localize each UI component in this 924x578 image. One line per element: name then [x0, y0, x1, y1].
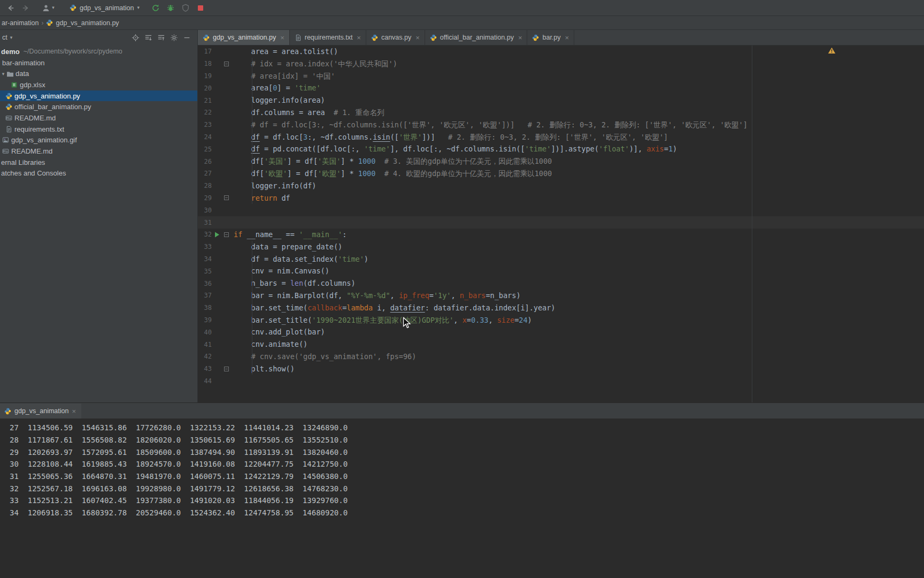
breadcrumb-item-folder[interactable]: ar-animation: [2, 19, 38, 27]
inspections-warning-icon[interactable]: [828, 47, 836, 54]
code-line-44[interactable]: 44: [198, 375, 924, 387]
gutter[interactable]: 41: [198, 341, 234, 348]
close-icon[interactable]: ×: [518, 34, 522, 42]
line-number[interactable]: 18: [198, 60, 212, 67]
expand-all-button[interactable]: [142, 32, 155, 43]
tree-item-gdp-xlsx[interactable]: gdp.xlsx: [0, 79, 197, 90]
gutter[interactable]: 36: [198, 280, 234, 287]
editor-tab-requirements-txt[interactable]: requirements.txt×: [290, 30, 366, 45]
fold-icon[interactable]: [222, 232, 230, 237]
code-line-32[interactable]: 32if __name__ == '__main__':: [198, 229, 924, 241]
line-number[interactable]: 44: [198, 377, 212, 385]
gutter[interactable]: 27: [198, 170, 234, 177]
gutter[interactable]: 31: [198, 219, 234, 226]
gutter[interactable]: 24: [198, 133, 234, 141]
line-number[interactable]: 21: [198, 97, 212, 104]
run-line-button[interactable]: [212, 232, 222, 238]
close-icon[interactable]: ×: [357, 34, 361, 42]
gutter[interactable]: 29: [198, 194, 234, 202]
line-number[interactable]: 27: [198, 170, 212, 177]
close-icon[interactable]: ×: [565, 34, 569, 42]
gutter[interactable]: 39: [198, 316, 234, 324]
line-number[interactable]: 22: [198, 109, 212, 116]
line-number[interactable]: 43: [198, 365, 212, 372]
stop-button[interactable]: [193, 2, 208, 14]
code-line-20[interactable]: 20 area[0] = 'time': [198, 82, 924, 94]
tree-item-atches-and-consoles[interactable]: atches and Consoles: [0, 168, 197, 179]
gutter[interactable]: 40: [198, 329, 234, 336]
line-number[interactable]: 23: [198, 121, 212, 128]
code-editor[interactable]: 17 area = area.tolist()18 # idx = area.i…: [198, 45, 924, 402]
gutter[interactable]: 20: [198, 85, 234, 92]
line-number[interactable]: 30: [198, 207, 212, 214]
code-line-35[interactable]: 35 cnv = nim.Canvas(): [198, 265, 924, 277]
code-line-23[interactable]: 23 # df = df.loc[3:, ~df.columns.isin(['…: [198, 119, 924, 131]
run-config-select[interactable]: gdp_vs_animation ▾: [70, 4, 140, 12]
fold-icon[interactable]: [222, 62, 230, 66]
line-number[interactable]: 29: [198, 194, 212, 202]
settings-gear-icon[interactable]: [167, 32, 180, 43]
editor-tab-official-bar-animation-py[interactable]: official_bar_animation.py×: [425, 30, 528, 45]
tree-item-gdp-vs-animation-gif[interactable]: gdp_vs_animation.gif: [0, 135, 197, 146]
gutter[interactable]: 32: [198, 231, 234, 238]
editor-tab-bar-py[interactable]: bar.py×: [527, 30, 574, 45]
code-line-36[interactable]: 36 n_bars = len(df.columns): [198, 277, 924, 290]
code-line-29[interactable]: 29 return df: [198, 192, 924, 204]
tree-item-bar-animation[interactable]: bar-animation: [0, 57, 197, 69]
line-number[interactable]: 31: [198, 219, 212, 226]
hide-panel-button[interactable]: [180, 32, 193, 43]
gutter[interactable]: 17: [198, 48, 234, 55]
gutter[interactable]: 43: [198, 365, 234, 372]
gutter[interactable]: 37: [198, 292, 234, 299]
gutter[interactable]: 25: [198, 146, 234, 153]
code-line-31[interactable]: 31: [198, 216, 924, 229]
gutter[interactable]: 19: [198, 72, 234, 80]
gutter[interactable]: 18: [198, 60, 234, 67]
tree-item-readme-md[interactable]: README.md: [0, 146, 197, 157]
code-line-22[interactable]: 22 df.columns = area # 1. 重命名列: [198, 107, 924, 119]
gutter[interactable]: 44: [198, 377, 234, 385]
line-number[interactable]: 35: [198, 268, 212, 275]
line-number[interactable]: 25: [198, 146, 212, 153]
line-number[interactable]: 37: [198, 292, 212, 299]
line-number[interactable]: 40: [198, 329, 212, 336]
tree-item-readme-md[interactable]: README.md: [0, 112, 197, 124]
line-number[interactable]: 32: [198, 231, 212, 238]
line-number[interactable]: 28: [198, 182, 212, 189]
code-line-28[interactable]: 28 logger.info(df): [198, 180, 924, 192]
locate-file-button[interactable]: [129, 32, 142, 43]
line-number[interactable]: 34: [198, 255, 212, 263]
line-number[interactable]: 41: [198, 341, 212, 348]
gutter[interactable]: 22: [198, 109, 234, 116]
rerun-button[interactable]: [148, 2, 163, 14]
fold-icon[interactable]: [222, 195, 230, 200]
code-line-37[interactable]: 37 bar = nim.Barplot(df, "%Y-%m-%d", ip_…: [198, 290, 924, 302]
code-line-26[interactable]: 26 df['美国'] = df['美国'] * 1000 # 3. 美国的gd…: [198, 155, 924, 168]
gutter[interactable]: 34: [198, 255, 234, 263]
run-console-tab[interactable]: gdp_vs_animation ×: [0, 404, 81, 419]
forward-button[interactable]: [18, 2, 33, 14]
code-line-21[interactable]: 21 logger.info(area): [198, 94, 924, 107]
tree-item-demo[interactable]: demo~/Documents/bywork/src/pydemo: [0, 46, 197, 57]
tree-item-requirements-txt[interactable]: requirements.txt: [0, 124, 197, 135]
line-number[interactable]: 42: [198, 353, 212, 360]
line-number[interactable]: 20: [198, 85, 212, 92]
close-icon[interactable]: ×: [415, 34, 420, 42]
tree-item-ernal-libraries[interactable]: ernal Libraries: [0, 157, 197, 168]
gutter[interactable]: 30: [198, 207, 234, 214]
code-line-43[interactable]: 43 plt.show(): [198, 363, 924, 375]
line-number[interactable]: 19: [198, 72, 212, 80]
gutter[interactable]: 42: [198, 353, 234, 360]
line-number[interactable]: 38: [198, 304, 212, 311]
gutter[interactable]: 28: [198, 182, 234, 189]
chevron-expanded-icon[interactable]: ▾: [0, 71, 6, 77]
code-line-24[interactable]: 24 df = df.loc[3:, ~df.columns.isin(['世界…: [198, 131, 924, 143]
gutter[interactable]: 35: [198, 268, 234, 275]
close-icon[interactable]: ×: [72, 407, 76, 415]
code-line-34[interactable]: 34 df = data.set_index('time'): [198, 253, 924, 265]
code-line-30[interactable]: 30: [198, 204, 924, 216]
gutter[interactable]: 33: [198, 243, 234, 250]
code-line-19[interactable]: 19 # area[idx] = '中国': [198, 70, 924, 82]
code-line-41[interactable]: 41 cnv.animate(): [198, 338, 924, 351]
editor-tab-canvas-py[interactable]: canvas.py×: [366, 30, 425, 45]
